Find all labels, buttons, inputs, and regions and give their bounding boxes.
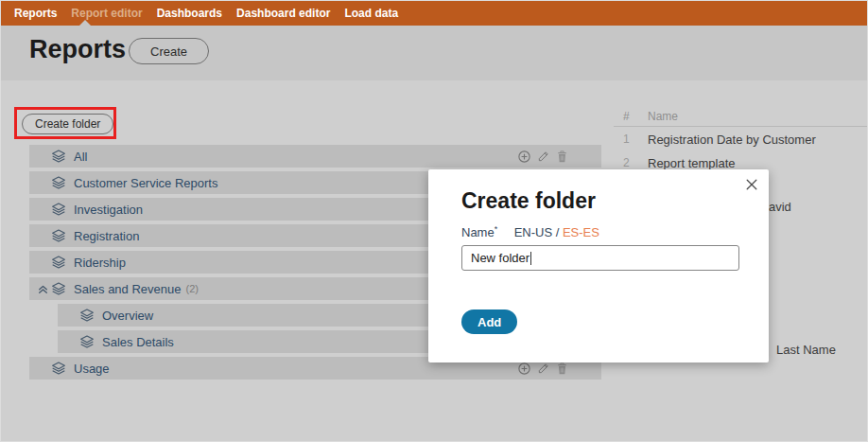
collapse-slot[interactable] bbox=[37, 362, 51, 375]
text-caret bbox=[530, 252, 531, 265]
report-table-row[interactable]: 1 Registration Date by Customer bbox=[614, 133, 867, 151]
layers-icon bbox=[51, 149, 66, 164]
report-row-name: Registration Date by Customer bbox=[648, 133, 816, 147]
page-header: Reports Create bbox=[1, 26, 867, 80]
create-folder-button[interactable]: Create folder bbox=[22, 114, 113, 134]
folder-name: Overview bbox=[102, 309, 153, 323]
nav-item-reports[interactable]: Reports bbox=[12, 7, 59, 20]
name-field-labels: Name* EN-US / ES-ES bbox=[461, 224, 599, 239]
column-header-name: Name bbox=[648, 110, 678, 123]
collapse-slot[interactable] bbox=[37, 203, 51, 216]
collapse-slot[interactable] bbox=[37, 256, 51, 269]
column-header-number: # bbox=[623, 110, 630, 123]
locale-separator: / bbox=[552, 225, 563, 239]
report-row-number: 2 bbox=[623, 156, 630, 169]
folder-name: Ridership bbox=[74, 256, 126, 270]
nav-item-report-editor[interactable]: Report editor bbox=[69, 7, 144, 20]
folder-name-input[interactable]: New folder bbox=[461, 245, 739, 271]
layers-icon bbox=[51, 175, 66, 190]
name-label: Name* bbox=[461, 224, 511, 239]
locale-tab-es-es[interactable]: ES-ES bbox=[563, 225, 599, 239]
collapse-slot[interactable] bbox=[65, 309, 79, 322]
folder-row-actions bbox=[517, 362, 568, 376]
create-folder-modal: Create folder Name* EN-US / ES-ES New fo… bbox=[428, 169, 769, 362]
edit-pencil-icon[interactable] bbox=[537, 362, 550, 375]
folder-name: Registration bbox=[74, 229, 139, 243]
double-chevron-up-icon[interactable] bbox=[37, 283, 49, 295]
folder-name: Customer Service Reports bbox=[74, 176, 217, 190]
modal-title: Create folder bbox=[461, 188, 596, 214]
collapse-slot[interactable] bbox=[37, 177, 51, 189]
layers-icon bbox=[51, 228, 66, 243]
top-nav: ReportsReport editorDashboardsDashboard … bbox=[1, 1, 867, 26]
folder-row-actions bbox=[517, 150, 568, 164]
table-divider bbox=[614, 126, 867, 127]
folder-count: (2) bbox=[185, 283, 198, 294]
occluded-text-fragment: avid bbox=[769, 200, 791, 214]
collapse-slot[interactable] bbox=[37, 150, 51, 163]
nav-item-dashboards[interactable]: Dashboards bbox=[155, 7, 224, 20]
collapse-slot[interactable] bbox=[37, 283, 51, 295]
reports-page: ReportsReport editorDashboardsDashboard … bbox=[0, 0, 868, 442]
folder-name: Usage bbox=[74, 362, 110, 376]
layers-icon bbox=[51, 361, 66, 376]
collapse-slot[interactable] bbox=[65, 336, 79, 348]
folder-row-all[interactable]: All bbox=[29, 145, 601, 168]
edit-pencil-icon[interactable] bbox=[537, 150, 550, 163]
folder-name: Investigation bbox=[74, 203, 143, 217]
layers-icon bbox=[79, 334, 95, 349]
folder-name: Sales Details bbox=[102, 335, 174, 349]
folder-name: Sales and Revenue bbox=[74, 282, 181, 296]
collapse-slot[interactable] bbox=[37, 230, 51, 242]
report-row-number: 1 bbox=[623, 133, 630, 146]
add-circle-icon[interactable] bbox=[517, 150, 531, 164]
layers-icon bbox=[79, 308, 95, 323]
folder-name: All bbox=[74, 150, 87, 164]
nav-item-load-data[interactable]: Load data bbox=[342, 7, 400, 20]
locale-tab-en-us[interactable]: EN-US bbox=[514, 225, 552, 239]
page-title: Reports bbox=[29, 35, 126, 64]
nav-item-dashboard-editor[interactable]: Dashboard editor bbox=[234, 7, 332, 20]
add-button[interactable]: Add bbox=[461, 309, 517, 334]
delete-trash-icon[interactable] bbox=[556, 150, 568, 164]
close-x-icon[interactable] bbox=[744, 177, 759, 192]
required-marker: * bbox=[495, 224, 498, 234]
occluded-text-fragment: Last Name bbox=[776, 343, 836, 357]
layers-icon bbox=[51, 202, 66, 217]
folder-name-input-value: New folder bbox=[471, 251, 529, 265]
layers-icon bbox=[51, 255, 66, 270]
create-report-button[interactable]: Create bbox=[129, 38, 209, 64]
delete-trash-icon[interactable] bbox=[556, 362, 568, 376]
report-row-name: Report template bbox=[648, 156, 736, 170]
add-circle-icon[interactable] bbox=[517, 362, 531, 376]
layers-icon bbox=[51, 281, 66, 296]
